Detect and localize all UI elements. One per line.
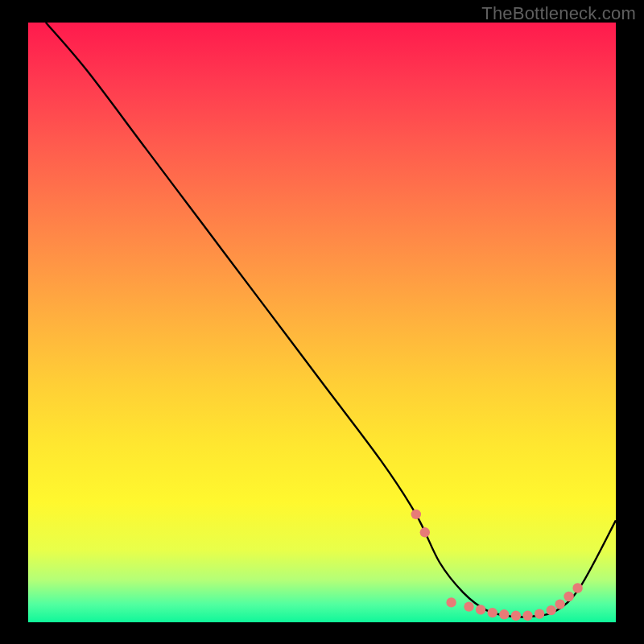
bottleneck-curve-path <box>46 23 616 617</box>
highlight-dot <box>420 527 430 537</box>
highlight-dot <box>446 597 456 607</box>
highlight-dot <box>547 605 556 615</box>
highlight-dot <box>535 609 544 618</box>
watermark-text: TheBottleneck.com <box>481 3 636 24</box>
highlight-dot <box>464 601 473 611</box>
highlight-dot <box>488 608 497 617</box>
chart-svg <box>28 23 616 622</box>
highlight-dot <box>555 599 564 609</box>
highlight-dots-group <box>411 510 583 621</box>
highlight-dot <box>511 611 521 621</box>
chart-frame: TheBottleneck.com <box>0 0 644 644</box>
highlight-dot <box>499 609 509 619</box>
plot-area <box>28 23 616 622</box>
highlight-dot <box>522 611 532 621</box>
highlight-dot <box>411 510 421 519</box>
highlight-dot <box>476 605 485 614</box>
highlight-dot <box>572 583 582 592</box>
highlight-dot <box>564 592 573 601</box>
